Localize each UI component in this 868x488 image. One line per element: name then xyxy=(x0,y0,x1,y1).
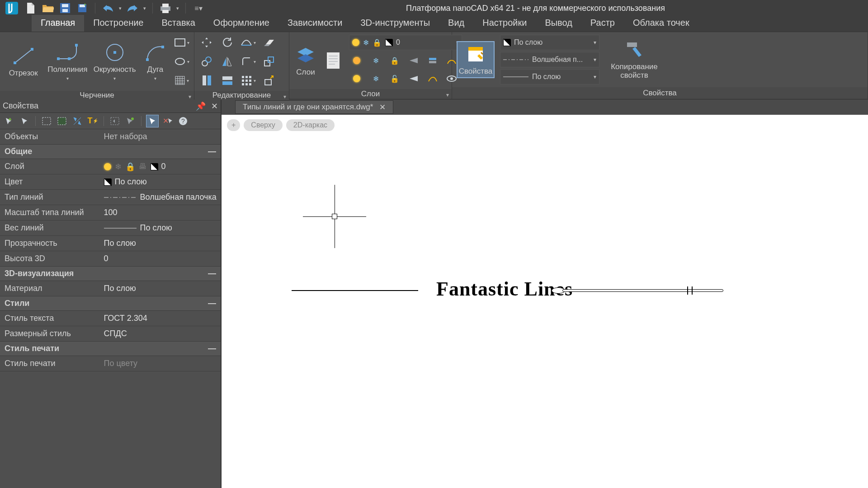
qat-new-icon[interactable] xyxy=(24,2,37,14)
tab-settings[interactable]: Настройки xyxy=(473,15,536,32)
qat-print-icon[interactable] xyxy=(159,2,172,14)
cmd-rotate-icon[interactable] xyxy=(220,35,235,50)
undo-more-icon[interactable]: ▾ xyxy=(119,5,122,11)
cmd-matchprop[interactable]: Копирование свойств xyxy=(605,38,664,81)
cmd-hatch-icon[interactable] xyxy=(174,73,189,88)
prop-dimstyle-value[interactable]: СПДС xyxy=(99,329,221,338)
document-tab-close-icon[interactable]: ✕ xyxy=(379,103,386,112)
group-draw-expand-icon[interactable]: ▾ xyxy=(189,94,191,100)
tab-constraints[interactable]: Зависимости xyxy=(278,15,351,32)
sect-styles[interactable]: Стили xyxy=(5,299,29,308)
viewport-style-pill[interactable]: 2D-каркас xyxy=(286,119,335,131)
sect-viz3d-collapse-icon[interactable]: — xyxy=(208,269,216,278)
cmd-explode-icon[interactable] xyxy=(261,73,277,88)
cmd-align-left-icon[interactable] xyxy=(199,73,214,88)
cmd-polyline[interactable]: Полилиния▾ xyxy=(47,42,87,81)
print-more-icon[interactable]: ▾ xyxy=(176,5,179,11)
qat-open-icon[interactable] xyxy=(42,2,54,14)
qat-undo-icon[interactable] xyxy=(102,2,114,14)
layer-on2-icon[interactable] xyxy=(349,71,364,86)
layer-unlock-icon[interactable]: 🔓 xyxy=(387,71,402,86)
viewport-add-icon[interactable]: + xyxy=(227,119,240,131)
prop-color-combo[interactable]: По слою▾ xyxy=(500,35,599,50)
layer-unisolate-icon[interactable] xyxy=(406,71,421,86)
layer-combo[interactable]: ❄ 🔒 0 ▾ xyxy=(349,35,462,50)
layer-prev-icon[interactable] xyxy=(425,71,440,86)
qat-redo-icon[interactable] xyxy=(126,2,139,14)
cmd-array-icon[interactable] xyxy=(241,73,256,88)
sect-plot[interactable]: Стиль печати xyxy=(5,344,59,353)
prop-color-value[interactable]: По слою xyxy=(99,177,221,187)
cmd-align-bottom-icon[interactable] xyxy=(220,73,235,88)
drawing-canvas[interactable]: + Сверху 2D-каркас Fantastic Lines xyxy=(222,115,868,488)
prop-ltype-value[interactable]: Волшебная палочка xyxy=(99,192,221,202)
prop-material-value[interactable]: По слою xyxy=(99,284,221,293)
prop-transp-value[interactable]: По слою xyxy=(99,239,221,248)
sel-crossing-icon[interactable] xyxy=(56,115,68,127)
tab-pointclouds[interactable]: Облака точек xyxy=(624,15,698,32)
qat-customize-icon[interactable]: ≡▾ xyxy=(192,2,205,14)
tab-output[interactable]: Вывод xyxy=(536,15,581,32)
layer-off-icon[interactable] xyxy=(349,53,364,68)
layer-merge-icon[interactable] xyxy=(425,53,440,68)
document-tab[interactable]: Типы линий и где они хранятся.dwg* ✕ xyxy=(235,100,393,114)
sect-general-collapse-icon[interactable]: — xyxy=(208,147,216,156)
sel-clear-icon[interactable]: ✕ xyxy=(161,115,174,127)
cmd-scale-icon[interactable] xyxy=(261,54,277,69)
tab-raster[interactable]: Растр xyxy=(581,15,624,32)
group-layers-expand-icon[interactable]: ▾ xyxy=(446,92,449,98)
cmd-trim-icon[interactable] xyxy=(241,35,256,50)
cmd-line[interactable]: Отрезок xyxy=(5,46,42,78)
cmd-erase-icon[interactable] xyxy=(261,35,277,50)
cmd-copy-icon[interactable] xyxy=(199,54,214,69)
cmd-layers[interactable]: Слои xyxy=(294,45,317,77)
tab-home[interactable]: Главная xyxy=(32,15,84,32)
sel-highlight-icon[interactable] xyxy=(146,115,159,127)
tab-view[interactable]: Вид xyxy=(439,15,473,32)
prop-lineweight-combo[interactable]: По слою▾ xyxy=(500,69,599,84)
pick-add-icon[interactable] xyxy=(3,115,15,127)
redo-more-icon[interactable]: ▾ xyxy=(143,5,146,11)
prop-tstyle-value[interactable]: ГОСТ 2.304 xyxy=(99,314,221,323)
prop-lweight-value[interactable]: По слою xyxy=(99,223,221,233)
sect-viz3d[interactable]: 3D-визуализация xyxy=(5,269,74,278)
cmd-properties[interactable]: Свойства xyxy=(457,41,495,79)
sel-filter-icon[interactable]: T⚡ xyxy=(86,115,99,127)
layer-thaw-icon[interactable]: ❄ xyxy=(368,71,383,86)
sel-window-icon[interactable] xyxy=(40,115,53,127)
cmd-mirror-icon[interactable] xyxy=(220,54,235,69)
pick-icon[interactable] xyxy=(18,115,31,127)
group-edit-expand-icon[interactable]: ▾ xyxy=(283,94,286,100)
tab-build[interactable]: Построение xyxy=(84,15,152,32)
props-close-icon[interactable]: ✕ xyxy=(211,101,218,111)
prop-h3d-value[interactable]: 0 xyxy=(99,254,221,263)
cmd-rectangle-icon[interactable] xyxy=(174,35,189,50)
sect-plot-collapse-icon[interactable]: — xyxy=(208,344,216,353)
props-objects-value[interactable]: Нет набора xyxy=(99,132,221,141)
cmd-circle[interactable]: Окружность▾ xyxy=(93,42,137,81)
cmd-arc[interactable]: Дуга▾ xyxy=(142,42,169,81)
sel-invert-icon[interactable] xyxy=(71,115,84,127)
sect-general[interactable]: Общие xyxy=(5,147,32,156)
qat-save-icon[interactable] xyxy=(59,2,71,14)
prop-ltscale-value[interactable]: 100 xyxy=(99,208,221,217)
layer-lock2-icon[interactable]: 🔒 xyxy=(387,53,402,68)
cmd-move-icon[interactable] xyxy=(199,35,214,50)
sel-quick-icon[interactable] xyxy=(124,115,137,127)
cmd-layers-page[interactable] xyxy=(323,50,344,71)
tab-insert[interactable]: Вставка xyxy=(153,15,204,32)
prop-layer-value[interactable]: ❄ 🔒 🖶 0 xyxy=(99,162,221,172)
cmd-fillet-icon[interactable] xyxy=(241,54,256,69)
cmd-ellipse-icon[interactable] xyxy=(174,54,189,69)
tab-3dtools[interactable]: 3D-инструменты xyxy=(351,15,439,32)
sect-styles-collapse-icon[interactable]: — xyxy=(208,299,216,308)
viewport-view-pill[interactable]: Сверху xyxy=(244,119,283,131)
qat-saveall-icon[interactable] xyxy=(76,2,89,14)
layer-freeze2-icon[interactable]: ❄ xyxy=(368,53,383,68)
prop-linetype-combo[interactable]: Волшебная п...▾ xyxy=(500,52,599,67)
sel-prev-icon[interactable] xyxy=(108,115,121,127)
sel-help-icon[interactable]: ? xyxy=(177,115,189,127)
props-pin-icon[interactable]: 📌 xyxy=(196,101,206,111)
layer-isolate-icon[interactable] xyxy=(406,53,421,68)
tab-annotate[interactable]: Оформление xyxy=(204,15,278,32)
